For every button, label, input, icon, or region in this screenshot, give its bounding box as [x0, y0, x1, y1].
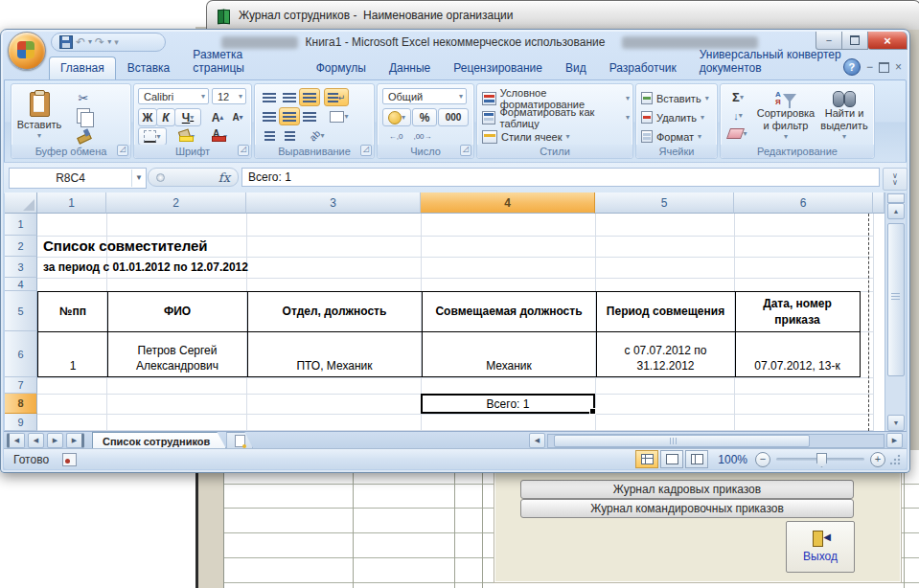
number-format-select[interactable]: Общий ▾ [382, 88, 467, 104]
shrink-font-button[interactable]: А▾ [227, 108, 248, 126]
clipboard-dialog-launcher[interactable]: ◿ [117, 145, 128, 156]
tab-glavnaya[interactable]: Главная [49, 57, 116, 79]
fill-color-button[interactable]: ▾ [171, 127, 201, 146]
horizontal-scroll-thumb[interactable] [554, 435, 810, 447]
scroll-down-button[interactable]: ▼ [887, 415, 905, 431]
decrease-indent-button[interactable] [259, 126, 280, 145]
font-dialog-launcher[interactable]: ◿ [238, 145, 249, 156]
formula-input[interactable]: Всего: 1 [241, 168, 880, 187]
column-header-6[interactable]: 6 [734, 192, 873, 214]
table-header-cell[interactable]: Отдел, должность [247, 292, 422, 331]
table-header-cell[interactable]: Совмещаемая должность [422, 292, 596, 331]
office-button[interactable] [8, 32, 46, 70]
selected-cell-r8c4[interactable]: Всего: 1 [421, 394, 595, 414]
increase-decimal-button[interactable]: ←,0 [382, 127, 409, 145]
tab-vid[interactable]: Вид [554, 57, 598, 79]
journal-kadry-button[interactable]: Журнал кадровых приказов [520, 480, 854, 499]
orientation-button[interactable]: ab ▾ [303, 126, 332, 145]
exit-button[interactable]: ◀ Выход [786, 521, 855, 573]
table-header-cell[interactable]: Дата, номер приказа [735, 292, 860, 331]
format-painter-button[interactable] [71, 124, 96, 144]
clear-button[interactable]: ▾ [724, 124, 751, 143]
row-header-7[interactable]: 7 [5, 377, 37, 394]
format-cells-button[interactable]: Формат▾ [640, 127, 715, 146]
column-header-4-selected[interactable]: 4 [421, 192, 595, 214]
horizontal-scrollbar[interactable]: ◀ ▶ [529, 434, 903, 447]
align-bottom-button[interactable] [299, 88, 320, 106]
zoom-out-button[interactable]: − [755, 452, 770, 467]
help-button[interactable]: ? [843, 58, 861, 76]
vertical-scroll-thumb[interactable] [887, 223, 905, 376]
split-handle[interactable] [887, 193, 905, 203]
cell-styles-button[interactable]: Стили ячеек▾ [481, 127, 631, 146]
accounting-format-button[interactable]: ▾ [382, 108, 411, 126]
sheet-tab-active[interactable]: Список сотрудников [92, 432, 226, 449]
table-data-cell[interactable]: ПТО, Механик [247, 332, 422, 376]
align-right-button[interactable] [299, 107, 320, 125]
table-data-cell[interactable]: с 07.07.2012 по 31.12.2012 [596, 332, 735, 376]
delete-cells-button[interactable]: Удалить▾ [640, 108, 715, 126]
decrease-decimal-button[interactable]: ,00→ [409, 127, 436, 145]
row-header-6[interactable]: 6 [5, 331, 37, 377]
align-middle-button[interactable] [279, 88, 300, 106]
hscroll-track[interactable] [547, 434, 885, 448]
tab-razmetka[interactable]: Разметка страницы [181, 43, 304, 79]
previous-sheet-button[interactable]: ◀ [28, 433, 44, 448]
table-data-cell[interactable]: 1 [38, 332, 107, 376]
column-header-3[interactable]: 3 [246, 192, 421, 214]
expand-formula-bar-button[interactable]: ∨∨ [883, 168, 908, 191]
insert-cells-button[interactable]: Вставить▾ [640, 89, 715, 107]
comma-style-button[interactable]: 000 [438, 108, 469, 126]
copy-button[interactable] [71, 106, 96, 125]
undo-caret-icon[interactable]: ▾ [88, 38, 92, 46]
format-as-table-button[interactable]: Форматировать как таблицу▾ [481, 108, 631, 126]
row-header-5[interactable]: 5 [5, 291, 37, 331]
align-center-button[interactable] [279, 107, 300, 125]
zoom-slider-thumb[interactable] [816, 453, 827, 467]
borders-button[interactable]: ▾ [138, 127, 167, 146]
table-data-cell[interactable]: Петров Сергей Александрович [107, 332, 247, 376]
font-size-select[interactable]: 12 ▾ [212, 88, 246, 104]
insert-function-button[interactable]: fx [148, 168, 239, 187]
save-icon[interactable] [59, 35, 73, 49]
first-sheet-button[interactable]: ◀ [7, 433, 25, 448]
workbook-minimize-button[interactable]: − [866, 61, 873, 73]
italic-button[interactable]: К [156, 108, 175, 126]
customize-qat-button[interactable]: ▾ [114, 36, 119, 48]
journal-komandirovki-button[interactable]: Журнал командировочных приказов [520, 499, 854, 518]
font-color-button[interactable]: А ▾ [203, 127, 234, 146]
column-header-1[interactable]: 1 [37, 192, 106, 214]
workbook-restore-button[interactable] [879, 62, 889, 73]
column-header-2[interactable]: 2 [106, 192, 246, 214]
table-data-cell[interactable]: 07.07.2012, 13-к [735, 332, 860, 376]
font-name-select[interactable]: Calibri ▾ [138, 88, 209, 104]
tab-dannye[interactable]: Данные [378, 57, 442, 79]
percent-style-button[interactable]: % [412, 108, 437, 126]
column-header-5[interactable]: 5 [595, 192, 734, 214]
alignment-dialog-launcher[interactable]: ◿ [360, 145, 372, 156]
tab-vstavka[interactable]: Вставка [116, 57, 182, 79]
hscroll-right-button[interactable]: ▶ [886, 433, 903, 448]
tab-formuly[interactable]: Формулы [305, 57, 378, 79]
resize-grip[interactable] [889, 454, 901, 465]
table-header-cell[interactable]: №пп [38, 292, 107, 331]
increase-indent-button[interactable] [279, 126, 300, 145]
row-header-4[interactable]: 4 [5, 278, 37, 291]
redo-caret-icon[interactable]: ▾ [107, 38, 111, 46]
bold-button[interactable]: Ж [138, 108, 157, 126]
select-all-corner[interactable] [5, 192, 37, 214]
page-layout-view-button[interactable] [660, 450, 683, 468]
tab-razrabotchik[interactable]: Разработчик [598, 57, 688, 79]
tab-recenzirovanie[interactable]: Рецензирование [442, 57, 554, 79]
number-dialog-launcher[interactable]: ◿ [460, 145, 471, 156]
redo-button[interactable]: ↷ [95, 36, 104, 48]
undo-button[interactable]: ↶ [76, 36, 85, 48]
grow-font-button[interactable]: А▴ [207, 108, 228, 126]
sort-filter-button[interactable]: А Я Сортировка и фильтр ▾ [755, 88, 816, 144]
row-header-9[interactable]: 9 [5, 414, 37, 431]
scroll-up-button[interactable]: ▲ [887, 203, 905, 219]
hscroll-left-button[interactable]: ◀ [529, 433, 545, 448]
table-data-cell[interactable]: Механик [422, 332, 596, 376]
table-header-cell[interactable]: Период совмещения [596, 292, 735, 331]
find-select-button[interactable]: Найти и выделить ▾ [816, 88, 872, 144]
